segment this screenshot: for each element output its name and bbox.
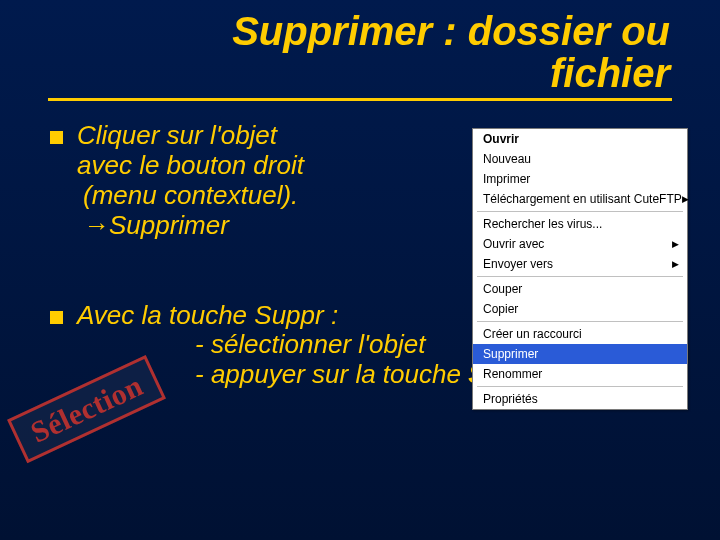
bullet-1-line2: avec le bouton droit [77,150,304,180]
menu-separator [477,386,683,387]
slide-title: Supprimer : dossier ou fichier [0,0,720,94]
menu-rename-label: Renommer [483,367,542,381]
bullet-square-icon [50,131,63,144]
menu-openwith-label: Ouvrir avec [483,237,544,251]
menu-sendto-label: Envoyer vers [483,257,553,271]
title-line1: Supprimer : dossier ou [232,9,670,53]
menu-delete-label: Supprimer [483,347,538,361]
menu-openwith[interactable]: Ouvrir avec▶ [473,234,687,254]
menu-open[interactable]: Ouvrir [473,129,687,149]
menu-copy[interactable]: Copier [473,299,687,319]
menu-print-label: Imprimer [483,172,530,186]
menu-copy-label: Copier [483,302,518,316]
bullet-1-line3: (menu contextuel). [77,180,298,210]
menu-sendto[interactable]: Envoyer vers▶ [473,254,687,274]
menu-rename[interactable]: Renommer [473,364,687,384]
menu-separator [477,276,683,277]
menu-virus[interactable]: Rechercher les virus... [473,214,687,234]
menu-print[interactable]: Imprimer [473,169,687,189]
menu-cut-label: Couper [483,282,522,296]
menu-ftp-label: Téléchargement en utilisant CuteFTP [483,192,682,206]
chevron-right-icon: ▶ [672,239,679,249]
chevron-right-icon: ▶ [672,259,679,269]
menu-ftp[interactable]: Téléchargement en utilisant CuteFTP▶ [473,189,687,209]
bullet-1-line4: →Supprimer [77,210,229,240]
menu-new[interactable]: Nouveau [473,149,687,169]
chevron-right-icon: ▶ [682,194,689,204]
menu-props[interactable]: Propriétés [473,389,687,409]
menu-separator [477,321,683,322]
bullet-1: Cliquer sur l'objet avec le bouton droit… [50,121,410,241]
menu-shortcut[interactable]: Créer un raccourci [473,324,687,344]
menu-props-label: Propriétés [483,392,538,406]
menu-delete[interactable]: Supprimer [473,344,687,364]
title-line2: fichier [550,51,670,95]
menu-separator [477,211,683,212]
menu-virus-label: Rechercher les virus... [483,217,602,231]
context-menu: Ouvrir Nouveau Imprimer Téléchargement e… [472,128,688,410]
bullet-square-icon [50,311,63,324]
bullet-2-line3-a: - appuyer sur la touche [195,359,468,389]
menu-shortcut-label: Créer un raccourci [483,327,582,341]
menu-cut[interactable]: Couper [473,279,687,299]
menu-new-label: Nouveau [483,152,531,166]
menu-open-label: Ouvrir [483,132,519,146]
bullet-1-line1: Cliquer sur l'objet [77,120,277,150]
bullet-1-text: Cliquer sur l'objet avec le bouton droit… [77,121,304,241]
bullet-2-line1: Avec la touche Suppr : [77,300,338,330]
